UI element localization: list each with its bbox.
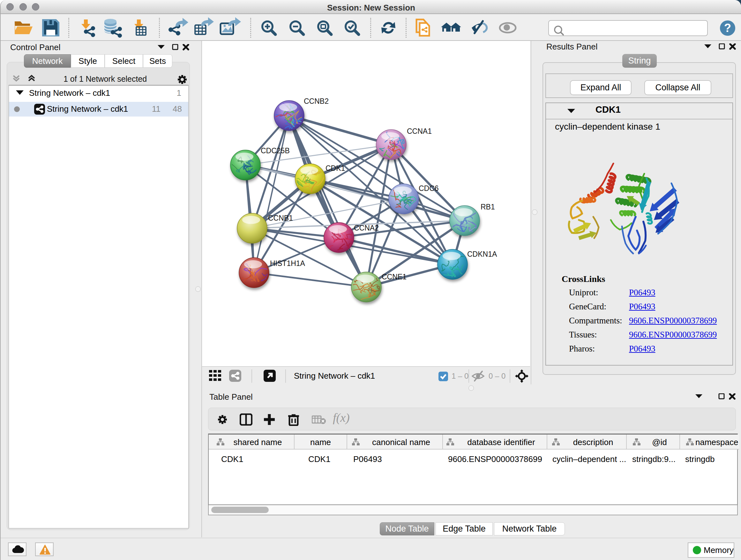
- svg-text:CCNB1: CCNB1: [268, 214, 293, 222]
- svg-text:HIST1H1A: HIST1H1A: [270, 259, 306, 267]
- svg-text:CDC25B: CDC25B: [261, 146, 290, 155]
- svg-text:CCNE1: CCNE1: [382, 273, 407, 281]
- svg-text:RB1: RB1: [481, 203, 495, 211]
- svg-text:CDKN1A: CDKN1A: [467, 250, 497, 258]
- svg-text:CCNA2: CCNA2: [354, 224, 379, 232]
- svg-text:CDK1: CDK1: [326, 164, 345, 172]
- svg-text:CCNB2: CCNB2: [304, 97, 329, 105]
- svg-text:?: ?: [724, 21, 731, 35]
- svg-text:CCNA1: CCNA1: [407, 127, 432, 135]
- svg-text:CDC6: CDC6: [419, 184, 439, 192]
